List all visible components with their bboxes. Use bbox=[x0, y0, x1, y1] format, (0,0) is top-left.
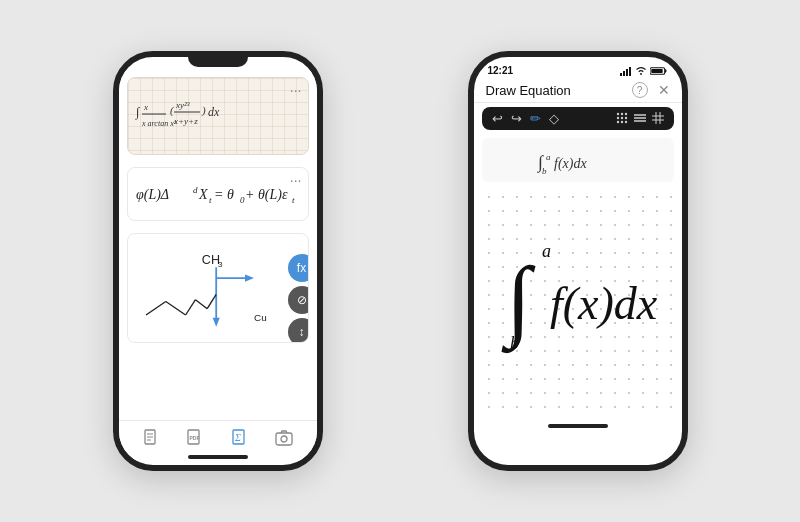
card-handwritten: ··· ∫ x x arctan x² ( xy²³ x+y+z ) dx bbox=[127, 77, 309, 155]
handwritten-equation-svg: ∫ a b f(x)dx bbox=[488, 229, 668, 369]
svg-point-57 bbox=[624, 120, 626, 122]
fab-fx-button[interactable]: fx bbox=[288, 254, 309, 282]
fab-resize-button[interactable]: ↕ bbox=[288, 318, 309, 343]
chemistry-svg: CH 3 bbox=[128, 234, 308, 342]
toolbar-sigma[interactable]: Σ bbox=[231, 429, 249, 447]
svg-point-55 bbox=[616, 120, 618, 122]
help-icon[interactable]: ? bbox=[632, 82, 648, 98]
document-icon bbox=[142, 429, 160, 447]
equation-svg: φ(L)Δ d X t = θ 0 + θ(L)ε t bbox=[128, 175, 308, 211]
svg-text:a: a bbox=[546, 152, 551, 162]
home-indicator-right bbox=[548, 424, 608, 428]
toolbar-camera[interactable] bbox=[275, 429, 293, 447]
svg-rect-42 bbox=[623, 71, 625, 76]
scene: ··· ∫ x x arctan x² ( xy²³ x+y+z ) dx bbox=[0, 0, 800, 522]
toolbar-document[interactable] bbox=[142, 429, 160, 447]
right-phone-content: 12:21 bbox=[474, 57, 682, 431]
svg-text:xy²³: xy²³ bbox=[175, 100, 190, 110]
fab-fx-label: fx bbox=[297, 261, 306, 275]
grid-dots-button[interactable] bbox=[616, 112, 628, 126]
camera-icon bbox=[275, 429, 293, 447]
svg-rect-39 bbox=[276, 433, 292, 445]
handwritten-integral-svg: ∫ x x arctan x² ( xy²³ x+y+z ) dx bbox=[128, 86, 308, 146]
grid-lines-icon bbox=[634, 112, 646, 124]
svg-text:t: t bbox=[292, 195, 295, 205]
close-icon[interactable]: ✕ bbox=[658, 82, 670, 98]
svg-marker-24 bbox=[212, 318, 219, 327]
card1-content: ∫ x x arctan x² ( xy²³ x+y+z ) dx bbox=[128, 78, 308, 154]
svg-text:X: X bbox=[198, 187, 208, 202]
card2-math: φ(L)Δ d X t = θ 0 + θ(L)ε t bbox=[128, 175, 308, 214]
signal-icon bbox=[620, 66, 632, 76]
grid-dots-icon bbox=[616, 112, 628, 124]
svg-line-29 bbox=[207, 294, 216, 308]
left-phone: ··· ∫ x x arctan x² ( xy²³ x+y+z ) dx bbox=[113, 51, 323, 471]
svg-text:x: x bbox=[143, 102, 148, 112]
draw-equation-header: Draw Equation ? ✕ bbox=[474, 78, 682, 103]
svg-text:x arctan x²: x arctan x² bbox=[141, 119, 177, 128]
draw-canvas[interactable]: ∫ a b f(x)dx bbox=[482, 190, 674, 416]
svg-text:Cu: Cu bbox=[254, 312, 267, 323]
svg-point-53 bbox=[620, 116, 622, 118]
drawing-toolbar: ↩ ↪ ✏ ◇ bbox=[482, 107, 674, 130]
grid-lines-button[interactable] bbox=[634, 112, 646, 126]
header-action-icons: ? ✕ bbox=[632, 82, 670, 98]
preview-math-svg: ∫ a b f(x)dx bbox=[528, 142, 628, 178]
svg-rect-43 bbox=[626, 69, 628, 76]
svg-text:PDF: PDF bbox=[190, 435, 200, 441]
svg-text:f(x)dx: f(x)dx bbox=[550, 278, 658, 329]
svg-text:b: b bbox=[542, 166, 547, 176]
sigma-icon: Σ bbox=[231, 429, 249, 447]
svg-point-49 bbox=[616, 112, 618, 114]
left-phone-content: ··· ∫ x x arctan x² ( xy²³ x+y+z ) dx bbox=[119, 67, 317, 461]
svg-rect-47 bbox=[664, 69, 666, 72]
svg-marker-22 bbox=[245, 275, 254, 282]
svg-text:d: d bbox=[193, 185, 198, 195]
fab-draw-button[interactable]: ⊘ bbox=[288, 286, 309, 314]
svg-line-28 bbox=[195, 300, 207, 309]
svg-point-54 bbox=[624, 116, 626, 118]
equation-preview: ∫ a b f(x)dx bbox=[482, 138, 674, 182]
grid-full-button[interactable] bbox=[652, 112, 664, 126]
fab-resize-label: ↕ bbox=[299, 325, 305, 339]
card1-dots-menu[interactable]: ··· bbox=[290, 82, 302, 98]
redo-button[interactable]: ↪ bbox=[511, 111, 522, 126]
left-phone-notch bbox=[188, 57, 248, 67]
toolbar-pdf[interactable]: PDF bbox=[186, 429, 204, 447]
handwritten-equation: ∫ a b f(x)dx bbox=[488, 229, 668, 378]
svg-text:t: t bbox=[209, 195, 212, 205]
battery-icon bbox=[650, 66, 668, 76]
svg-text:∫: ∫ bbox=[135, 104, 141, 120]
svg-line-25 bbox=[146, 302, 166, 316]
spacer bbox=[119, 349, 317, 420]
home-indicator-left bbox=[188, 455, 248, 459]
draw-toolbar-right bbox=[616, 112, 664, 126]
card-equation: ··· φ(L)Δ d X t = θ 0 + θ(L)ε t bbox=[127, 167, 309, 221]
pen-tool-button[interactable]: ✏ bbox=[530, 111, 541, 126]
svg-text:): ) bbox=[201, 104, 206, 117]
svg-rect-41 bbox=[620, 73, 622, 76]
svg-line-26 bbox=[165, 302, 185, 316]
card-chemistry: CH 3 bbox=[127, 233, 309, 343]
grid-full-icon bbox=[652, 112, 664, 124]
svg-rect-44 bbox=[629, 67, 631, 76]
wifi-icon bbox=[635, 66, 647, 76]
right-phone: 12:21 bbox=[468, 51, 688, 471]
svg-text:= θ: = θ bbox=[214, 187, 234, 202]
svg-text:b: b bbox=[510, 333, 519, 353]
eraser-tool-button[interactable]: ◇ bbox=[549, 111, 559, 126]
svg-rect-48 bbox=[651, 68, 662, 72]
status-bar: 12:21 bbox=[474, 57, 682, 78]
svg-text:φ(L)Δ: φ(L)Δ bbox=[136, 187, 169, 203]
left-phone-toolbar: PDF Σ bbox=[119, 420, 317, 451]
svg-text:Σ: Σ bbox=[234, 432, 241, 443]
svg-text:+ θ(L)ε: + θ(L)ε bbox=[245, 187, 288, 203]
status-time: 12:21 bbox=[488, 65, 514, 76]
svg-text:a: a bbox=[542, 241, 551, 261]
svg-point-51 bbox=[624, 112, 626, 114]
undo-button[interactable]: ↩ bbox=[492, 111, 503, 126]
svg-text:f(x)dx: f(x)dx bbox=[554, 156, 587, 172]
svg-point-40 bbox=[281, 436, 287, 442]
card2-dots-menu[interactable]: ··· bbox=[290, 172, 302, 188]
svg-point-45 bbox=[640, 73, 642, 75]
